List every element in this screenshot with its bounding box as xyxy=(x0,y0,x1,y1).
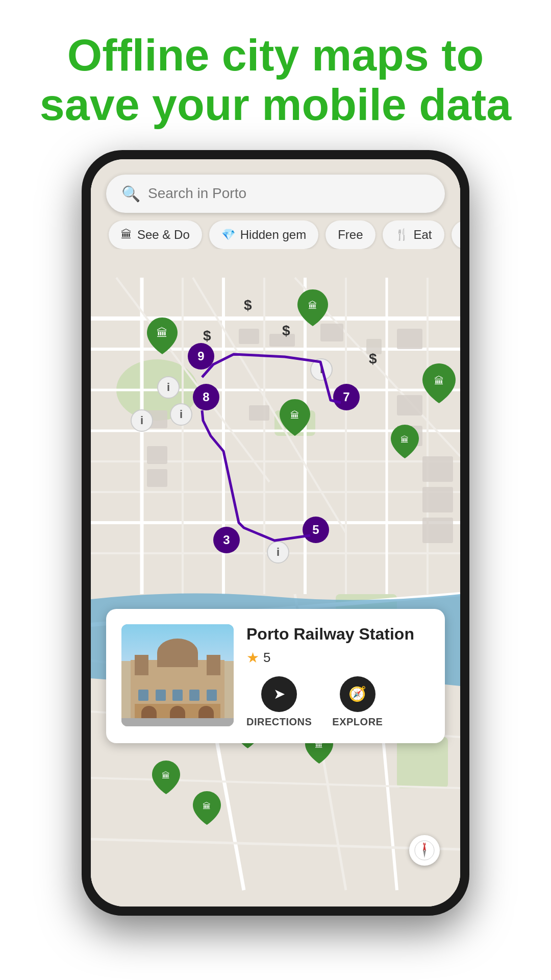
svg-rect-45 xyxy=(147,469,167,487)
search-bar[interactable]: 🔍 Search in Porto xyxy=(106,175,445,213)
chip-eat-label: Eat xyxy=(414,228,432,242)
chip-see-do-icon: 🏛 xyxy=(121,228,132,241)
chip-eat[interactable]: 🍴 Eat xyxy=(383,220,444,249)
chip-see-do[interactable]: 🏛 See & Do xyxy=(109,220,202,249)
num-pin-8[interactable]: 8 xyxy=(193,384,219,410)
map-pin-5[interactable]: 🏛 xyxy=(391,425,419,458)
map-pin-3[interactable]: 🏛 xyxy=(422,363,456,403)
svg-rect-41 xyxy=(422,456,453,482)
dollar-1: $ xyxy=(244,297,252,313)
info-pin-3[interactable]: i xyxy=(131,409,153,432)
search-input[interactable]: Search in Porto xyxy=(148,185,246,202)
phone-frame: 🔍 Search in Porto 🏛 See & Do 💎 Hidden ge… xyxy=(82,150,469,916)
filter-chips: 🏛 See & Do 💎 Hidden gem Free 🍴 Eat xyxy=(101,220,460,249)
svg-rect-43 xyxy=(422,518,453,543)
headline-line1: Offline city maps to xyxy=(31,31,520,80)
bottom-pin-6[interactable]: 🏛 xyxy=(193,791,221,825)
svg-text:🏛: 🏛 xyxy=(308,300,317,311)
directions-icon: ➤ xyxy=(261,676,297,712)
svg-rect-38 xyxy=(249,405,269,421)
svg-rect-32 xyxy=(239,329,259,344)
explore-btn[interactable]: 🧭 EXPLORE xyxy=(332,676,383,728)
svg-text:🏛: 🏛 xyxy=(290,410,299,421)
info-pin-2[interactable]: i xyxy=(310,358,333,381)
chip-hidden-gem-label: Hidden gem xyxy=(240,228,306,242)
explore-label: EXPLORE xyxy=(332,716,383,728)
dollar-3: $ xyxy=(369,351,377,367)
headline: Offline city maps to save your mobile da… xyxy=(0,0,551,150)
place-actions: ➤ DIRECTIONS 🧭 EXPLORE xyxy=(246,676,430,728)
chip-eat-icon: 🍴 xyxy=(395,228,409,241)
map-pin-2[interactable]: 🏛 xyxy=(297,289,328,326)
num-pin-3[interactable]: 3 xyxy=(213,527,240,553)
dollar-4: $ xyxy=(282,323,290,339)
search-icon: 🔍 xyxy=(121,185,140,203)
place-name: Porto Railway Station xyxy=(246,624,430,644)
info-pin-1[interactable]: i xyxy=(157,376,180,399)
svg-text:N: N xyxy=(423,842,426,846)
num-pin-9[interactable]: 9 xyxy=(188,343,214,370)
compass: N xyxy=(409,835,440,866)
svg-text:🏛: 🏛 xyxy=(434,375,444,386)
rating-number: 5 xyxy=(263,650,270,666)
num-pin-7[interactable]: 7 xyxy=(333,384,360,410)
svg-rect-4 xyxy=(397,737,448,788)
svg-rect-39 xyxy=(397,395,422,415)
directions-label: DIRECTIONS xyxy=(246,716,312,728)
svg-rect-36 xyxy=(397,329,422,349)
phone-wrapper: 🔍 Search in Porto 🏛 See & Do 💎 Hidden ge… xyxy=(0,150,551,946)
bottom-pin-1[interactable]: 🏛 xyxy=(152,761,180,794)
place-rating: ★ 5 xyxy=(246,649,430,666)
star-icon: ★ xyxy=(246,649,259,666)
building-sim xyxy=(121,624,234,726)
chip-free-label: Free xyxy=(338,228,363,242)
place-card: Porto Railway Station ★ 5 ➤ DIRECTIONS � xyxy=(106,609,445,743)
map-pin-4[interactable]: 🏛 xyxy=(280,399,310,436)
chip-other[interactable]: ··· Oth... xyxy=(452,220,460,249)
directions-btn[interactable]: ➤ DIRECTIONS xyxy=(246,676,312,728)
map-roads xyxy=(91,159,460,906)
svg-text:🏛: 🏛 xyxy=(203,801,211,810)
info-pin-5[interactable]: i xyxy=(267,541,289,564)
svg-rect-42 xyxy=(422,487,453,512)
chip-free[interactable]: Free xyxy=(325,220,375,249)
info-pin-4[interactable]: i xyxy=(170,403,192,426)
map-pin-1[interactable]: 🏛 xyxy=(147,317,178,354)
svg-text:🏛: 🏛 xyxy=(400,434,409,444)
dollar-2: $ xyxy=(203,328,211,344)
chip-hidden-gem[interactable]: 💎 Hidden gem xyxy=(209,220,318,249)
svg-text:🏛: 🏛 xyxy=(162,770,170,779)
svg-text:🏛: 🏛 xyxy=(157,327,168,339)
num-pin-5[interactable]: 5 xyxy=(303,517,329,543)
map-area: 🔍 Search in Porto 🏛 See & Do 💎 Hidden ge… xyxy=(91,159,460,906)
phone-screen: 🔍 Search in Porto 🏛 See & Do 💎 Hidden ge… xyxy=(91,159,460,906)
place-info: Porto Railway Station ★ 5 ➤ DIRECTIONS � xyxy=(246,624,430,727)
chip-hidden-gem-icon: 💎 xyxy=(221,228,235,241)
explore-icon: 🧭 xyxy=(340,676,375,712)
place-image xyxy=(121,624,234,726)
svg-rect-34 xyxy=(320,324,343,341)
headline-line2: save your mobile data xyxy=(31,80,520,130)
svg-rect-44 xyxy=(147,446,167,464)
chip-see-do-label: See & Do xyxy=(137,228,190,242)
